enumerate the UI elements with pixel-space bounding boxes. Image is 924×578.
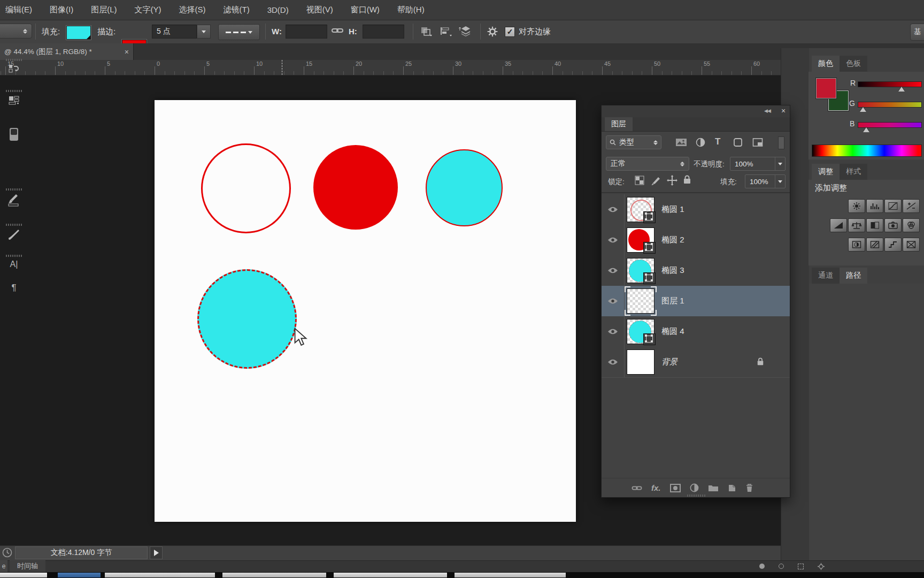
red-slider[interactable] bbox=[858, 81, 922, 87]
tab-paths[interactable]: 路径 bbox=[840, 268, 867, 284]
taskbar-segment[interactable] bbox=[105, 573, 215, 577]
visibility-toggle[interactable] bbox=[602, 316, 625, 347]
ellipse-red-filled[interactable] bbox=[313, 145, 398, 230]
layer-comps-panel-button[interactable] bbox=[4, 90, 24, 107]
shape-width-input[interactable] bbox=[286, 25, 327, 39]
red-slider-handle[interactable] bbox=[898, 87, 905, 92]
photo-filter-icon[interactable] bbox=[884, 218, 902, 232]
taskbar-segment[interactable] bbox=[0, 573, 47, 577]
paragraph-panel-button[interactable]: ¶ bbox=[4, 283, 24, 293]
panel-resize-grip[interactable] bbox=[687, 495, 705, 497]
layer-row-ellipse1[interactable]: 椭圆 1 bbox=[602, 194, 790, 225]
color-spectrum-bar[interactable] bbox=[812, 144, 922, 157]
layer-filter-dropdown[interactable]: 类型 bbox=[606, 135, 661, 149]
menu-filter[interactable]: 滤镜(T) bbox=[224, 5, 250, 15]
visibility-toggle[interactable] bbox=[602, 194, 625, 225]
filter-smart-objects-icon[interactable] bbox=[752, 138, 763, 147]
new-group-icon[interactable] bbox=[708, 484, 719, 492]
path-arrangement-icon[interactable] bbox=[459, 25, 473, 38]
channel-mixer-icon[interactable] bbox=[903, 218, 920, 232]
filter-adjustment-layers-icon[interactable] bbox=[696, 138, 705, 147]
path-alignment-icon[interactable] bbox=[440, 26, 452, 37]
visibility-toggle[interactable] bbox=[602, 255, 625, 286]
layer-row-ellipse3[interactable]: 椭圆 3 bbox=[602, 255, 790, 286]
layer-thumbnail[interactable] bbox=[627, 258, 654, 283]
filter-toggle-switch[interactable] bbox=[778, 136, 784, 149]
collapse-panel-icon[interactable]: ◀◀ bbox=[764, 108, 771, 113]
stroke-width-field[interactable]: 5 点 bbox=[152, 25, 197, 39]
tab-timeline[interactable]: 时间轴 bbox=[10, 560, 45, 572]
taskbar-segment[interactable] bbox=[58, 573, 101, 577]
canvas-artboard[interactable] bbox=[155, 100, 576, 522]
brush-panel-button[interactable] bbox=[4, 188, 24, 207]
layer-thumbnail[interactable] bbox=[627, 319, 654, 344]
new-adjustment-layer-icon[interactable] bbox=[690, 483, 699, 492]
layer-thumbnail[interactable] bbox=[627, 288, 654, 314]
tab-channels[interactable]: 通道 bbox=[812, 268, 840, 284]
history-panel-button[interactable] bbox=[4, 59, 24, 75]
tab-adjustments[interactable]: 调整 bbox=[812, 164, 840, 180]
posterize-icon[interactable] bbox=[866, 238, 883, 252]
black-white-icon[interactable] bbox=[866, 218, 883, 232]
menu-help[interactable]: 帮助(H) bbox=[397, 5, 425, 15]
layer-row-ellipse4[interactable]: 椭圆 4 bbox=[602, 316, 790, 347]
opacity-value-dropdown[interactable]: 100% bbox=[730, 157, 786, 171]
exposure-icon[interactable] bbox=[903, 199, 920, 213]
curves-icon[interactable] bbox=[884, 199, 902, 213]
path-operations-icon[interactable] bbox=[420, 26, 433, 37]
layer-thumbnail[interactable] bbox=[627, 197, 654, 222]
color-balance-icon[interactable] bbox=[848, 218, 865, 232]
ellipse-cyan-dashed-stroke[interactable] bbox=[197, 269, 297, 369]
panel-tab-fragment[interactable]: e bbox=[0, 560, 7, 572]
empty-circle-icon[interactable] bbox=[779, 564, 784, 569]
fill-value-dropdown[interactable]: 100% bbox=[745, 174, 786, 188]
lock-transparency-icon[interactable] bbox=[635, 176, 644, 185]
tab-layers[interactable]: 图层 bbox=[605, 117, 633, 131]
layer-style-icon[interactable]: fx. bbox=[651, 483, 661, 492]
layer-row-layer1-selected[interactable]: 图层 1 bbox=[602, 286, 790, 317]
filter-shape-layers-icon[interactable] bbox=[733, 138, 743, 147]
workspace-switcher-button[interactable]: 基 bbox=[910, 24, 924, 41]
horizontal-ruler[interactable]: 15 10 5 0 5 10 15 20 25 30 35 40 45 50 5… bbox=[0, 60, 781, 75]
vibrance-icon[interactable] bbox=[830, 218, 847, 232]
filter-pixel-layers-icon[interactable] bbox=[675, 138, 687, 147]
properties-panel-button[interactable] bbox=[4, 127, 24, 141]
filter-type-layers-icon[interactable]: T bbox=[715, 136, 720, 147]
blend-mode-dropdown[interactable]: 正常 bbox=[606, 157, 689, 171]
lock-pixels-icon[interactable] bbox=[651, 176, 661, 185]
threshold-icon[interactable] bbox=[884, 238, 902, 252]
blue-slider-handle[interactable] bbox=[863, 127, 869, 132]
crosshair-icon[interactable] bbox=[818, 563, 825, 570]
close-icon[interactable]: × bbox=[125, 48, 129, 56]
gear-icon[interactable] bbox=[487, 26, 498, 37]
document-tab[interactable]: @ 44.4% (图层 1, RGB/8) * × bbox=[0, 43, 134, 60]
foreground-color-swatch[interactable] bbox=[816, 78, 836, 98]
tab-color[interactable]: 颜色 bbox=[812, 56, 840, 72]
visibility-toggle[interactable] bbox=[602, 347, 625, 377]
levels-icon[interactable] bbox=[866, 199, 883, 213]
tab-swatches[interactable]: 色板 bbox=[840, 56, 867, 72]
fill-color-swatch[interactable] bbox=[66, 26, 91, 40]
link-dimensions-icon[interactable] bbox=[332, 27, 343, 34]
shape-height-input[interactable] bbox=[363, 25, 404, 39]
menu-type[interactable]: 文字(Y) bbox=[135, 5, 161, 15]
menu-select[interactable]: 选择(S) bbox=[179, 5, 206, 15]
link-layers-icon[interactable] bbox=[632, 485, 642, 491]
character-panel-button[interactable]: A| bbox=[4, 255, 24, 269]
delete-layer-icon[interactable] bbox=[745, 483, 753, 492]
menu-layer[interactable]: 图层(L) bbox=[91, 5, 117, 15]
invert-icon[interactable] bbox=[848, 238, 865, 252]
status-options-button[interactable] bbox=[150, 546, 163, 559]
new-layer-icon[interactable] bbox=[728, 484, 736, 492]
brightness-contrast-icon[interactable] bbox=[848, 199, 865, 213]
tool-preset-dropdown[interactable] bbox=[0, 24, 32, 39]
green-slider-handle[interactable] bbox=[860, 107, 866, 112]
taskbar-segment[interactable] bbox=[222, 573, 326, 577]
dashed-square-icon[interactable] bbox=[798, 564, 804, 569]
taskbar-segment[interactable] bbox=[455, 573, 566, 577]
layer-thumbnail[interactable] bbox=[627, 349, 654, 375]
visibility-toggle[interactable] bbox=[602, 286, 625, 316]
menu-view[interactable]: 视图(V) bbox=[306, 5, 333, 15]
layer-row-ellipse2[interactable]: 椭圆 2 bbox=[602, 225, 790, 256]
taskbar-segment[interactable] bbox=[334, 573, 447, 577]
